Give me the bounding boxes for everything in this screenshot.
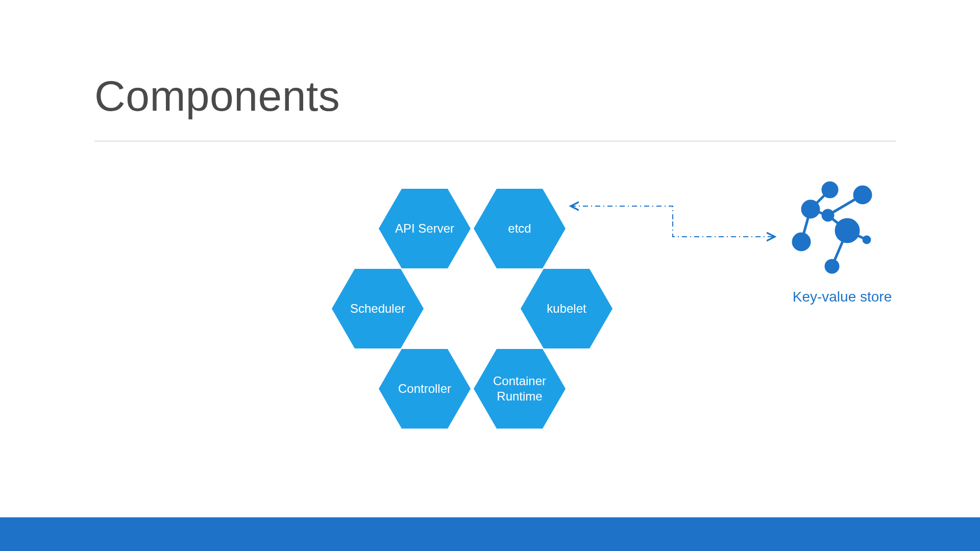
hex-kubelet: kubelet bbox=[521, 269, 612, 348]
svg-point-12 bbox=[836, 219, 859, 242]
hex-container-runtime: Container Runtime bbox=[474, 349, 566, 429]
hex-scheduler: Scheduler bbox=[332, 269, 424, 348]
svg-point-8 bbox=[802, 201, 819, 217]
hex-controller: Controller bbox=[379, 349, 471, 429]
svg-point-7 bbox=[823, 183, 837, 197]
svg-point-10 bbox=[854, 187, 871, 203]
hex-label: Controller bbox=[398, 381, 451, 396]
etcd-kv-connector bbox=[566, 198, 780, 244]
graph-icon bbox=[781, 180, 883, 277]
svg-point-13 bbox=[826, 260, 838, 272]
footer-bar bbox=[0, 517, 980, 551]
hex-api-server: API Server bbox=[379, 189, 471, 268]
hex-label: etcd bbox=[508, 221, 531, 236]
hex-etcd: etcd bbox=[474, 189, 566, 268]
svg-point-14 bbox=[864, 237, 870, 243]
diagram-stage: API Server etcd Scheduler kubelet Contro… bbox=[0, 0, 980, 551]
hex-label: kubelet bbox=[547, 301, 586, 316]
hex-label: Container Runtime bbox=[483, 373, 556, 404]
hex-label: Scheduler bbox=[350, 301, 405, 316]
kv-store-label: Key-value store bbox=[786, 289, 898, 305]
hex-label: API Server bbox=[395, 221, 454, 236]
svg-point-9 bbox=[823, 210, 833, 220]
svg-point-11 bbox=[793, 234, 810, 250]
